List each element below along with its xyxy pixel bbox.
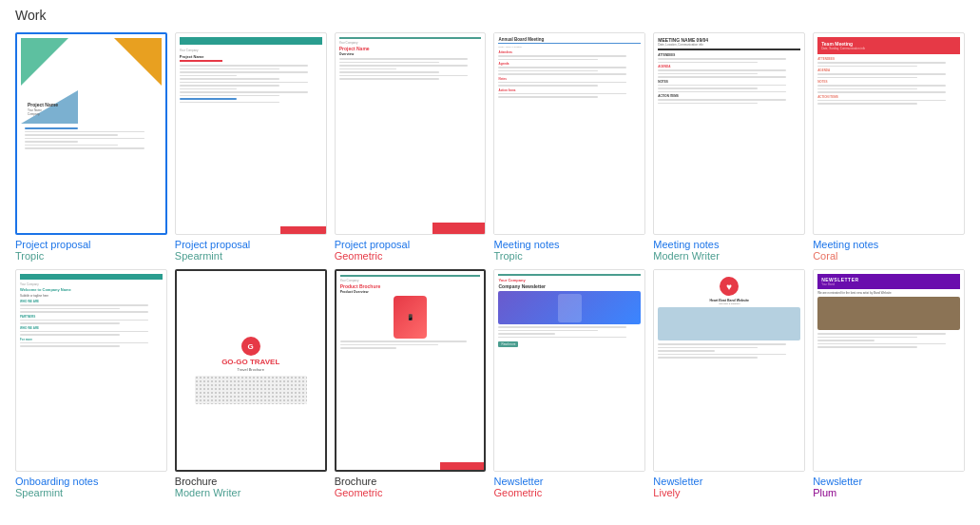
template-thumb-newsletter-geometric[interactable]: Your Company Company Newsletter Read mor…: [493, 269, 645, 472]
template-thumb-newsletter-plum[interactable]: NEWSLETTER Your Band We are nominated fo…: [813, 269, 965, 472]
template-item-project-proposal-tropic[interactable]: Project Name Your NameCompany Project pr…: [15, 32, 167, 262]
template-item-brochure-modern-writer[interactable]: G GO-GO TRAVEL Travel Brochure Brochure …: [175, 269, 327, 498]
template-item-meeting-notes-coral[interactable]: Team Meeting Date, Sunday, Communication…: [813, 32, 965, 262]
template-sub-brochure-modern-writer: Modern Writer: [175, 487, 327, 498]
template-name-project-proposal-spearmint: Project proposal: [175, 239, 327, 250]
template-thumb-brochure-modern-writer[interactable]: G GO-GO TRAVEL Travel Brochure: [175, 269, 327, 472]
template-name-project-proposal-tropic: Project proposal: [15, 239, 167, 250]
template-item-brochure-geometric[interactable]: Your Company Product Brochure Product Ov…: [335, 269, 487, 498]
template-name-meeting-notes-modern: Meeting notes: [653, 239, 805, 250]
template-name-meeting-notes-coral: Meeting notes: [813, 239, 965, 250]
template-name-brochure-geometric: Brochure: [335, 476, 487, 487]
template-sub-project-proposal-geometric: Geometric: [335, 250, 487, 262]
template-thumb-meeting-notes-tropic[interactable]: Annual Board Meeting Date / Time / Locat…: [493, 32, 645, 235]
template-sub-meeting-notes-modern: Modern Writer: [653, 250, 805, 262]
page-title: Work: [0, 0, 980, 29]
template-name-newsletter-plum: Newsletter: [813, 476, 965, 487]
template-thumb-newsletter-lively[interactable]: ♥ Heart Beat Band Website We have a surp…: [653, 269, 805, 472]
template-sub-newsletter-plum: Plum: [813, 487, 965, 498]
template-thumb-project-proposal-geometric[interactable]: Your Company Project Name Overview: [335, 32, 487, 235]
template-name-newsletter-lively: Newsletter: [653, 476, 805, 487]
template-item-meeting-notes-tropic[interactable]: Annual Board Meeting Date / Time / Locat…: [493, 32, 645, 262]
template-item-project-proposal-geometric[interactable]: Your Company Project Name Overview Proje…: [335, 32, 487, 262]
template-name-project-proposal-geometric: Project proposal: [335, 239, 487, 250]
template-sub-meeting-notes-coral: Coral: [813, 250, 965, 262]
template-name-newsletter-geometric: Newsletter: [493, 476, 645, 487]
template-sub-project-proposal-spearmint: Spearmint: [175, 250, 327, 262]
template-name-meeting-notes-tropic: Meeting notes: [493, 239, 645, 250]
template-sub-meeting-notes-tropic: Tropic: [493, 250, 645, 262]
template-grid: Project Name Your NameCompany Project pr…: [0, 29, 980, 510]
template-sub-newsletter-geometric: Geometric: [493, 487, 645, 498]
template-item-newsletter-plum[interactable]: NEWSLETTER Your Band We are nominated fo…: [813, 269, 965, 498]
template-thumb-project-proposal-tropic[interactable]: Project Name Your NameCompany: [15, 32, 167, 235]
template-item-newsletter-lively[interactable]: ♥ Heart Beat Band Website We have a surp…: [653, 269, 805, 498]
template-thumb-meeting-notes-modern[interactable]: MEETING NAME 09/04 Date, Location, Commu…: [653, 32, 805, 235]
template-name-brochure-modern-writer: Brochure: [175, 476, 327, 487]
template-thumb-onboarding-notes-spearmint[interactable]: Your Company Welcome to Company Name Sub…: [15, 269, 167, 472]
template-thumb-project-proposal-spearmint[interactable]: Your Company Project Name: [175, 32, 327, 235]
template-item-project-proposal-spearmint[interactable]: Your Company Project Name Project propos…: [175, 32, 327, 262]
template-item-meeting-notes-modern[interactable]: MEETING NAME 09/04 Date, Location, Commu…: [653, 32, 805, 262]
template-sub-brochure-geometric: Geometric: [335, 487, 487, 498]
template-thumb-brochure-geometric[interactable]: Your Company Product Brochure Product Ov…: [335, 269, 487, 472]
template-item-newsletter-geometric[interactable]: Your Company Company Newsletter Read mor…: [493, 269, 645, 498]
template-item-onboarding-notes-spearmint[interactable]: Your Company Welcome to Company Name Sub…: [15, 269, 167, 498]
template-sub-project-proposal-tropic: Tropic: [15, 250, 167, 262]
template-sub-newsletter-lively: Lively: [653, 487, 805, 498]
template-thumb-meeting-notes-coral[interactable]: Team Meeting Date, Sunday, Communication…: [813, 32, 965, 235]
template-name-onboarding-notes-spearmint: Onboarding notes: [15, 476, 167, 487]
template-sub-onboarding-notes-spearmint: Spearmint: [15, 487, 167, 498]
